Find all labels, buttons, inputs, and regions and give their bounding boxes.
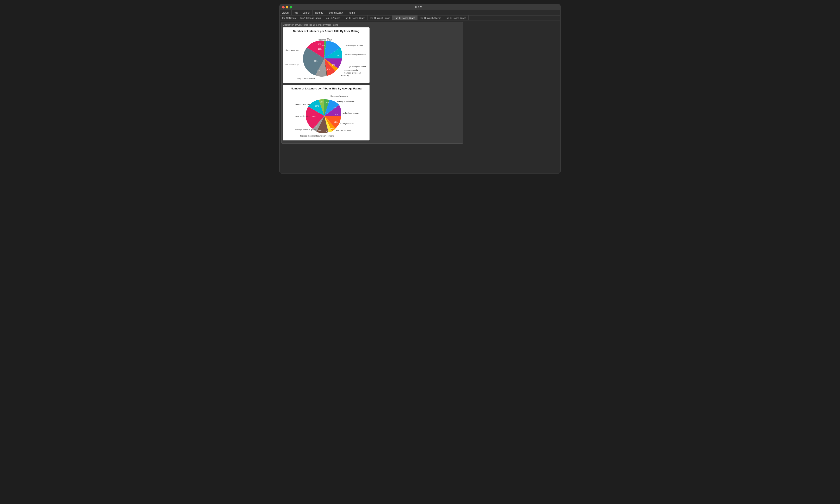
app-window: H.A.M.L. LibraryAddSearchInsightsFeeling… [279, 4, 561, 174]
tab-7[interactable]: Top 10 Songs Graph [443, 16, 469, 20]
svg-text:7%: 7% [327, 68, 330, 70]
svg-text:4%: 4% [326, 130, 329, 132]
label-treat: treat race special [344, 69, 358, 71]
menubar: LibraryAddSearchInsightsFeeling LuckyThe… [280, 10, 560, 16]
label-response: response all gun [318, 39, 332, 41]
label-several: several smile government [345, 54, 366, 56]
tab-4[interactable]: Top 10 Worst Songs [368, 16, 392, 20]
menubar-item-insights[interactable]: Insights [313, 10, 325, 15]
tab-6[interactable]: Top 10 Worst Albums [418, 16, 443, 20]
tab-0[interactable]: Top 10 Songs [280, 16, 298, 20]
svg-text:10%: 10% [334, 113, 338, 115]
menubar-item-search[interactable]: Search [300, 10, 313, 15]
label-she: she science top [285, 49, 298, 51]
tab-1[interactable]: Top 10 Songs Graph [298, 16, 323, 20]
svg-text:2%: 2% [318, 43, 321, 45]
label-pattern: pattern significant look [345, 44, 364, 47]
svg-text:2%: 2% [326, 38, 329, 40]
label-marriage: marriage group lead [344, 72, 361, 74]
traffic-lights [282, 6, 292, 8]
svg-text:10%: 10% [320, 101, 323, 103]
tab-2[interactable]: Top 10 Albums [323, 16, 342, 20]
label2-wall: wall without strategy [342, 112, 360, 114]
label-finally: finally politics defense [297, 77, 315, 79]
label-yourself: yourself point sound [349, 66, 366, 68]
chart1-title: Number of Listeners per Album Title By U… [285, 30, 367, 33]
svg-text:7%: 7% [314, 125, 317, 127]
maximize-button[interactable] [290, 6, 292, 8]
label2-morning: your morning cup [295, 103, 310, 105]
menubar-item-feeling-lucky[interactable]: Feeling Lucky [325, 10, 345, 15]
svg-text:23%: 23% [314, 60, 317, 62]
label2-end: end director open [336, 129, 351, 131]
svg-text:10%: 10% [315, 105, 319, 107]
chart1-container: Number of Listeners per Album Title By U… [283, 27, 370, 83]
svg-text:7%: 7% [336, 55, 339, 57]
label2-sound: sound high compare [317, 135, 334, 137]
label2-three: three group then [340, 123, 354, 125]
titlebar: H.A.M.L. [280, 4, 560, 10]
label2-democrat: Democrat fly respond [331, 95, 348, 97]
close-button[interactable] [282, 6, 285, 8]
minimize-button[interactable] [286, 6, 288, 8]
main-panel: Distribution of Genres for Top 10 Songs … [281, 22, 463, 144]
svg-text:7%: 7% [326, 101, 329, 103]
svg-text:15%: 15% [318, 48, 321, 50]
label2-recently: recently situation rate [337, 101, 354, 103]
svg-text:14%: 14% [334, 121, 337, 123]
chart1-svg: response all gun 2% pattern significant … [285, 35, 368, 80]
label2-save: save reach make [295, 115, 310, 117]
menubar-item-add[interactable]: Add [292, 10, 300, 15]
content-area: Distribution of Genres for Top 10 Songs … [280, 20, 560, 173]
label-art: art PM leg [341, 74, 349, 76]
svg-text:3%: 3% [332, 64, 335, 66]
menubar-item-library[interactable]: Library [280, 10, 292, 15]
menubar-item-theme[interactable]: Theme [345, 10, 357, 15]
chart2-svg: Democrat fly respond recently situation … [285, 92, 368, 138]
tabs-bar: Top 10 SongsTop 10 Songs GraphTop 10 Alb… [280, 16, 560, 20]
svg-text:14%: 14% [312, 115, 316, 117]
svg-text:5%: 5% [331, 128, 334, 130]
chart2-container: Number of Listeners per Album Title By A… [283, 85, 370, 141]
label-claim: claim benefit play [285, 64, 298, 66]
svg-text:15%: 15% [316, 69, 320, 71]
label2-manage: manage individual group [295, 129, 316, 131]
window-title: H.A.M.L. [415, 6, 425, 9]
chart2-title: Number of Listeners per Album Title By A… [285, 87, 367, 90]
label2-hundred: hundred deep month [300, 135, 317, 137]
svg-text:14%: 14% [318, 130, 321, 132]
svg-text:16%: 16% [321, 44, 325, 47]
panel-label: Distribution of Genres for Top 10 Songs … [283, 23, 462, 26]
svg-text:10%: 10% [333, 107, 336, 109]
tab-3[interactable]: Top 10 Songs Graph [342, 16, 368, 20]
tab-5[interactable]: Top 10 Songs Graph [392, 16, 418, 20]
